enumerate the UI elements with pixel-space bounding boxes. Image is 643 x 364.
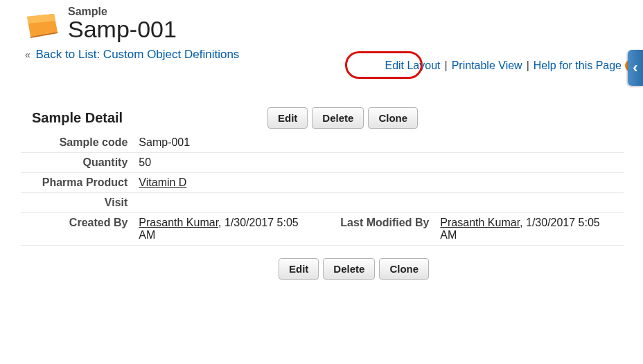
- detail-title: Sample Detail: [32, 110, 267, 126]
- clone-button[interactable]: Clone: [368, 107, 418, 129]
- detail-table: Sample code Samp-001 Quantity 50 Pharma …: [21, 133, 624, 246]
- field-label: Pharma Product: [21, 173, 133, 193]
- table-row: Created By Prasanth Kumar, 1/30/2017 5:0…: [21, 213, 624, 246]
- field-label: Visit: [21, 193, 133, 213]
- table-row: Visit: [21, 193, 624, 213]
- detail-section: Sample Detail Edit Delete Clone Sample c…: [21, 103, 624, 280]
- clone-button[interactable]: Clone: [379, 258, 429, 280]
- field-value: Samp-001: [133, 133, 322, 153]
- action-links: Edit Layout | Printable View | Help for …: [385, 60, 637, 72]
- edit-layout-link[interactable]: Edit Layout: [385, 60, 440, 72]
- pharma-product-link[interactable]: Vitamin D: [139, 176, 186, 188]
- page-header: Sample Samp-001: [0, 0, 643, 42]
- field-label: Quantity: [21, 153, 133, 173]
- created-by-user-link[interactable]: Prasanth Kumar: [139, 217, 218, 228]
- field-value: Prasanth Kumar, 1/30/2017 5:05 AM: [133, 213, 322, 246]
- back-to-list-link[interactable]: Back to List: Custom Object Definitions: [36, 48, 240, 61]
- field-value: [133, 193, 322, 213]
- table-row: Sample code Samp-001: [21, 133, 624, 153]
- edit-button[interactable]: Edit: [279, 258, 319, 280]
- field-value: Vitamin D: [133, 173, 322, 193]
- sample-icon: [25, 12, 60, 39]
- field-label: Last Modified By: [322, 213, 434, 246]
- side-expand-tab[interactable]: ‹: [628, 50, 643, 86]
- table-row: Quantity 50: [21, 153, 624, 173]
- modified-by-user-link[interactable]: Prasanth Kumar: [440, 217, 520, 228]
- caret-left-icon: «: [25, 49, 30, 60]
- detail-header: Sample Detail Edit Delete Clone: [21, 103, 624, 133]
- page-title: Samp-001: [68, 17, 177, 42]
- separator: |: [527, 60, 529, 72]
- field-label: Created By: [21, 213, 133, 246]
- delete-button[interactable]: Delete: [323, 258, 375, 280]
- field-value: 50: [133, 153, 322, 173]
- button-row-top: Edit Delete Clone: [267, 107, 418, 129]
- field-value-empty: [434, 133, 624, 153]
- field-label: Sample code: [21, 133, 133, 153]
- printable-view-link[interactable]: Printable View: [452, 60, 522, 72]
- field-value: Prasanth Kumar, 1/30/2017 5:05 AM: [434, 213, 624, 246]
- field-label-empty: [322, 133, 434, 153]
- separator: |: [445, 60, 448, 72]
- table-row: Pharma Product Vitamin D: [21, 173, 624, 193]
- chevron-left-icon: ‹: [633, 59, 637, 77]
- edit-button[interactable]: Edit: [267, 107, 308, 129]
- help-link[interactable]: Help for this Page: [534, 60, 622, 72]
- delete-button[interactable]: Delete: [312, 107, 364, 129]
- button-row-bottom: Edit Delete Clone: [279, 258, 624, 280]
